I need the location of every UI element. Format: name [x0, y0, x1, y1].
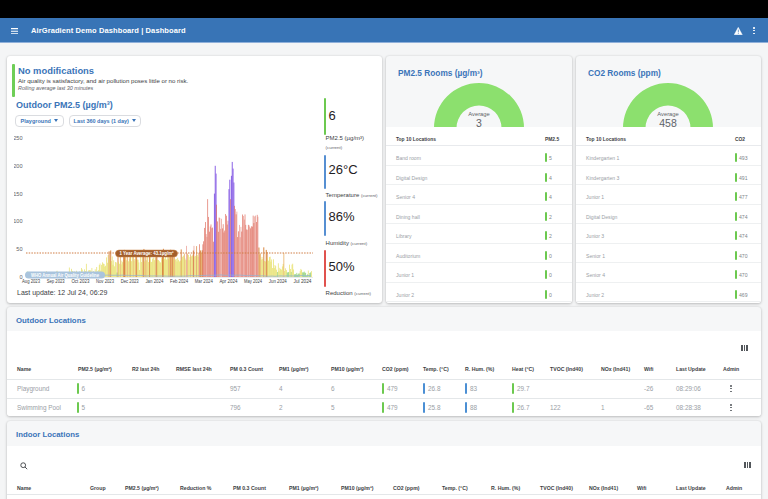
svg-text:Feb 2024: Feb 2024 [170, 278, 188, 284]
svg-text:Jun 2024: Jun 2024 [269, 278, 287, 284]
svg-text:Dec 2023: Dec 2023 [121, 278, 139, 284]
svg-text:100: 100 [14, 218, 23, 224]
svg-text:Jul 2024: Jul 2024 [294, 278, 312, 284]
svg-text:WHO Annual Air Quality Guideli: WHO Annual Air Quality Guideline [31, 272, 99, 278]
svg-text:May 2024: May 2024 [244, 278, 262, 284]
svg-text:Apr 2024: Apr 2024 [219, 278, 237, 284]
svg-text:1 Year Average: 43.1µg/m³: 1 Year Average: 43.1µg/m³ [120, 250, 174, 256]
svg-text:150: 150 [14, 191, 23, 197]
svg-text:Oct 2023: Oct 2023 [71, 278, 89, 284]
svg-text:Mar 2024: Mar 2024 [195, 278, 213, 284]
svg-text:50: 50 [16, 246, 22, 252]
svg-text:200: 200 [14, 163, 23, 169]
svg-text:Sep 2023: Sep 2023 [47, 278, 65, 284]
svg-text:Nov 2023: Nov 2023 [96, 278, 114, 284]
svg-text:Jan 2024: Jan 2024 [145, 278, 163, 284]
svg-text:Aug 2023: Aug 2023 [22, 278, 40, 284]
svg-text:250: 250 [14, 135, 23, 141]
